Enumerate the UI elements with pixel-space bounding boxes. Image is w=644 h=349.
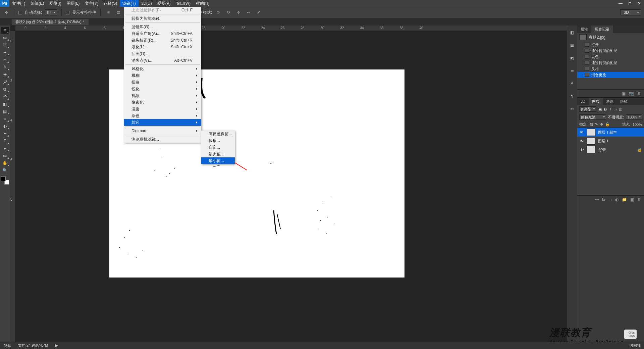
other-item-4[interactable]: 最小值... — [201, 157, 235, 164]
show-transform-checkbox[interactable] — [66, 11, 69, 14]
clone-stamp-tool[interactable]: ⧉ — [1, 86, 9, 93]
filter-sub-2[interactable]: 扭曲 — [124, 79, 201, 86]
maximize-button[interactable]: ◻ — [625, 0, 635, 7]
menu-8[interactable]: 视图(V) — [155, 0, 173, 7]
3d-workspace-select[interactable]: 3D — [620, 9, 641, 15]
visibility-icon[interactable]: 👁 — [579, 148, 584, 152]
new-layer-icon[interactable]: ▣ — [630, 197, 634, 202]
lock-paint-icon[interactable]: ✎ — [595, 122, 598, 127]
3d-slide-icon[interactable]: ⇔ — [245, 9, 252, 16]
type-tool[interactable]: T — [1, 138, 9, 144]
filter-item-4[interactable]: 油画(O)... — [124, 50, 201, 57]
filter-sub-4[interactable]: 视频 — [124, 92, 201, 99]
snapshot-icon[interactable]: ▣ — [622, 91, 626, 96]
auto-select-checkbox[interactable] — [18, 11, 22, 14]
opacity-value[interactable]: 100% — [626, 114, 642, 120]
lock-transparent-icon[interactable]: ▨ — [590, 122, 593, 127]
filter-sub-6[interactable]: 渲染 — [124, 106, 201, 112]
filter-shape-icon[interactable]: ▭ — [613, 107, 617, 111]
color-swatches[interactable] — [1, 177, 9, 185]
auto-select-dropdown[interactable]: 组 — [45, 9, 57, 15]
shape-tool[interactable]: ▭ — [1, 152, 9, 159]
gradient-tool[interactable]: ▤ — [1, 108, 9, 115]
menu-0[interactable]: 文件(F) — [9, 0, 28, 7]
history-step[interactable]: 反相 — [577, 66, 644, 72]
3d-orbit-icon[interactable]: ⟳ — [215, 9, 222, 16]
delete-layer-icon[interactable]: 🗑 — [637, 197, 641, 202]
align-icon[interactable]: ≡ — [105, 9, 112, 16]
magic-wand-tool[interactable]: ✦ — [1, 49, 9, 56]
marquee-tool[interactable]: ▭ — [1, 34, 9, 41]
timeline-label[interactable]: 时间轴 — [630, 343, 641, 348]
menu-convert-smart[interactable]: 转换为智能滤镜 — [124, 15, 201, 22]
layer-mask-icon[interactable]: ◻ — [608, 197, 612, 202]
menu-7[interactable]: 3D(D) — [139, 0, 155, 7]
crop-tool[interactable]: ✂ — [1, 56, 9, 63]
layer-thumb[interactable] — [587, 146, 595, 153]
layer-thumb[interactable] — [587, 129, 595, 136]
eraser-tool[interactable]: ◧ — [1, 101, 9, 107]
lock-all-icon[interactable]: 🔒 — [605, 122, 610, 127]
history-step[interactable]: 通过拷贝的图层 — [577, 48, 644, 54]
zoom-tool[interactable]: 🔍 — [1, 167, 9, 174]
history-tab-1[interactable]: 历史记录 — [591, 26, 613, 33]
layers-tab-3[interactable]: 路径 — [617, 98, 631, 105]
3d-roll-icon[interactable]: ↻ — [225, 9, 232, 16]
foreground-color[interactable] — [1, 177, 6, 181]
blur-tool[interactable]: ○ — [1, 115, 9, 122]
layer-row[interactable]: 👁背景🔒 — [577, 145, 644, 154]
character-dock-icon[interactable]: A — [569, 80, 576, 87]
lock-position-icon[interactable]: ✥ — [600, 122, 603, 127]
menu-9[interactable]: 窗口(W) — [173, 0, 193, 7]
minimize-button[interactable]: — — [616, 0, 625, 7]
filter-item-3[interactable]: 液化(L)...Shift+Ctrl+X — [124, 44, 201, 50]
menu-1[interactable]: 编辑(E) — [28, 0, 47, 7]
layers-tab-1[interactable]: 图层 — [589, 98, 603, 105]
history-source[interactable]: 春秋2.jpg — [577, 33, 644, 42]
layer-fx-icon[interactable]: fx — [602, 197, 605, 202]
group-icon[interactable]: 📁 — [622, 197, 627, 202]
filter-sub-8[interactable]: 其它 — [124, 119, 201, 126]
menu-4[interactable]: 文字(Y) — [82, 0, 101, 7]
history-tab-0[interactable]: 属性 — [577, 26, 591, 33]
healing-tool[interactable]: ✚ — [1, 71, 9, 78]
menu-2[interactable]: 图像(I) — [47, 0, 64, 7]
visibility-icon[interactable]: 👁 — [579, 130, 584, 134]
delete-history-icon[interactable]: 🗑 — [637, 91, 641, 96]
menu-10[interactable]: 帮助(H) — [193, 0, 212, 7]
layers-tab-0[interactable]: 3D — [577, 98, 589, 105]
filter-smart-icon[interactable]: ◫ — [619, 107, 622, 111]
other-item-1[interactable]: 位移... — [201, 137, 235, 144]
filter-item-5[interactable]: 消失点(V)...Alt+Ctrl+V — [124, 57, 201, 64]
filter-item-0[interactable]: 滤镜库(G)... — [124, 23, 201, 30]
other-item-2[interactable]: 自定... — [201, 144, 235, 151]
layer-thumb[interactable] — [587, 137, 595, 145]
brush-tool[interactable]: 🖌 — [1, 79, 9, 85]
history-step[interactable]: 通过拷贝的图层 — [577, 60, 644, 66]
menu-last-filter[interactable]: 上次滤镜操作(F) Ctrl+F — [124, 7, 201, 13]
adjustment-layer-icon[interactable]: ◐ — [615, 197, 619, 202]
filter-img-icon[interactable]: ▣ — [598, 107, 602, 111]
workspace[interactable] — [15, 31, 644, 342]
layers-tab-2[interactable]: 通道 — [603, 98, 617, 105]
path-select-tool[interactable]: ▸ — [1, 145, 9, 152]
history-step[interactable]: 混合更改 — [577, 72, 644, 78]
layer-row[interactable]: 👁图层 1 副本 — [577, 128, 644, 137]
layer-kind-select[interactable]: p 类型 — [579, 106, 596, 112]
color-dock-icon[interactable]: ◧ — [569, 29, 576, 36]
hand-tool[interactable]: ✋ — [1, 160, 9, 166]
3d-pan-icon[interactable]: ✛ — [235, 9, 242, 16]
adjustments-dock-icon[interactable]: ◩ — [569, 54, 576, 62]
tools-dock-icon[interactable]: ✂ — [569, 105, 576, 113]
filter-sub-3[interactable]: 锐化 — [124, 86, 201, 92]
filter-adj-icon[interactable]: ◐ — [604, 107, 607, 111]
history-step[interactable]: 去色 — [577, 54, 644, 60]
styles-dock-icon[interactable]: ≣ — [569, 67, 576, 74]
menu-3[interactable]: 图层(L) — [64, 0, 83, 7]
filter-sub-1[interactable]: 模糊 — [124, 72, 201, 79]
other-item-0[interactable]: 高反差保留... — [201, 131, 235, 137]
move-tool[interactable]: ✥ — [1, 27, 9, 34]
other-item-3[interactable]: 最大值... — [201, 151, 235, 157]
filter-sub-0[interactable]: 风格化 — [124, 65, 201, 72]
history-brush-tool[interactable]: ↶ — [1, 93, 9, 100]
